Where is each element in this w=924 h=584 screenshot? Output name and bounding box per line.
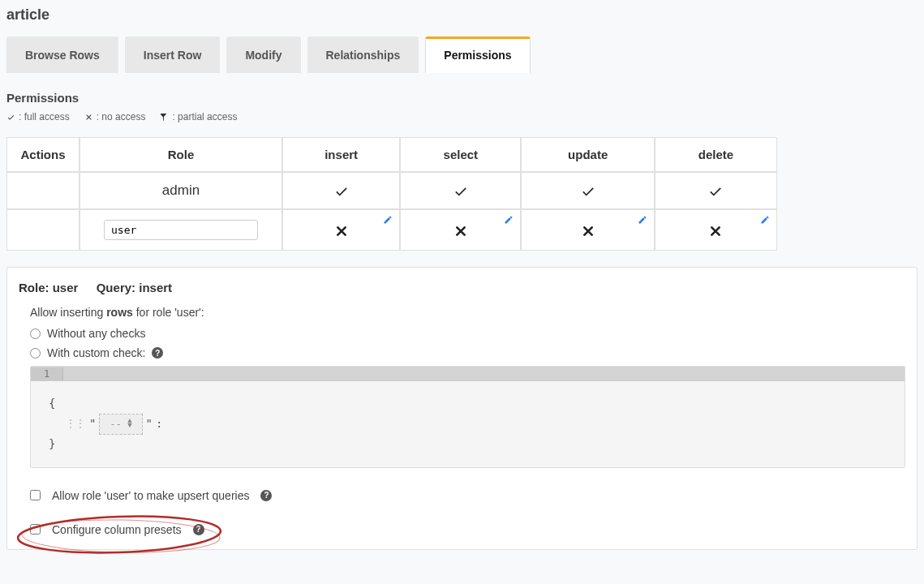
help-icon[interactable]: ?	[152, 347, 163, 359]
role-user-cell	[80, 209, 282, 251]
radio-custom-check-input[interactable]	[30, 348, 41, 359]
editor-body[interactable]: { ⋮⋮ " -- ▲▼ " : }	[31, 381, 905, 467]
presets-label: Configure column presets	[52, 523, 182, 536]
tabs-bar: Browse Rows Insert Row Modify Relationsh…	[6, 36, 918, 73]
check-icon	[334, 184, 349, 199]
pencil-icon[interactable]	[638, 215, 647, 226]
help-icon[interactable]: ?	[260, 490, 272, 501]
editor-gutter: 1	[31, 367, 905, 381]
presets-checkbox[interactable]	[30, 524, 41, 535]
check-icon	[453, 184, 468, 199]
role-name-input[interactable]	[104, 220, 258, 240]
check-icon	[6, 113, 15, 122]
check-icon	[581, 184, 595, 199]
radio-custom-check-label: With custom check:	[47, 346, 145, 359]
quote-open: "	[89, 414, 96, 434]
permissions-heading: Permissions	[6, 91, 918, 105]
col-actions: Actions	[6, 137, 80, 172]
admin-insert-cell[interactable]	[282, 172, 400, 209]
drag-handle-icon[interactable]: ⋮⋮	[65, 414, 84, 434]
query-label: Query:	[97, 281, 140, 294]
cross-icon	[84, 113, 93, 122]
role-admin-cell: admin	[80, 172, 282, 209]
permission-editor-panel: Role: user Query: insert Allow inserting…	[6, 267, 918, 550]
role-label: Role:	[19, 281, 53, 294]
legend-none-text: : no access	[97, 111, 146, 122]
brace-open: {	[49, 394, 887, 414]
cross-icon	[335, 225, 348, 238]
line-number: 1	[31, 367, 63, 380]
help-icon[interactable]: ?	[193, 524, 204, 535]
col-update: update	[521, 137, 654, 172]
user-insert-cell[interactable]	[282, 209, 400, 251]
column-selector[interactable]: -- ▲▼	[99, 414, 142, 435]
upsert-checkbox[interactable]	[30, 490, 41, 500]
col-role: Role	[80, 137, 282, 172]
admin-update-cell[interactable]	[521, 172, 654, 209]
upsert-label: Allow role 'user' to make upsert queries	[52, 489, 249, 502]
user-delete-cell[interactable]	[655, 209, 777, 251]
tab-browse-rows[interactable]: Browse Rows	[6, 36, 118, 73]
check-icon	[708, 184, 723, 199]
permissions-table: Actions Role insert select update delete…	[6, 137, 777, 251]
brace-close: }	[49, 435, 887, 454]
filter-icon	[160, 113, 169, 122]
page-title: article	[6, 6, 918, 24]
panel-title: Role: user Query: insert	[19, 281, 905, 294]
table-row-user	[6, 209, 777, 251]
role-value: user	[53, 281, 79, 294]
tab-insert-row[interactable]: Insert Row	[125, 36, 221, 73]
presets-checkbox-row[interactable]: Configure column presets ?	[30, 523, 905, 536]
table-row-admin: admin	[6, 172, 777, 209]
custom-check-editor[interactable]: 1 { ⋮⋮ " -- ▲▼ " : }	[30, 366, 905, 468]
user-update-cell[interactable]	[521, 209, 654, 251]
admin-delete-cell[interactable]	[655, 172, 777, 209]
tab-modify[interactable]: Modify	[226, 36, 300, 73]
pencil-icon[interactable]	[760, 215, 770, 226]
legend-full-text: : full access	[19, 111, 70, 122]
cross-icon	[454, 225, 467, 238]
admin-select-cell[interactable]	[400, 172, 521, 209]
radio-without-checks[interactable]: Without any checks	[30, 327, 905, 340]
radio-without-checks-input[interactable]	[30, 328, 41, 339]
col-select: select	[400, 137, 521, 172]
sort-arrows-icon: ▲▼	[127, 419, 131, 427]
col-insert: insert	[282, 137, 400, 172]
pencil-icon[interactable]	[383, 215, 393, 226]
tab-relationships[interactable]: Relationships	[307, 36, 419, 73]
tab-permissions[interactable]: Permissions	[425, 36, 530, 73]
user-select-cell[interactable]	[400, 209, 521, 251]
radio-custom-check[interactable]: With custom check: ?	[30, 346, 905, 359]
cross-icon	[709, 225, 722, 238]
cross-icon	[582, 225, 595, 238]
legend-partial-text: : partial access	[172, 111, 237, 122]
colon: :	[156, 414, 162, 434]
radio-without-checks-label: Without any checks	[47, 327, 145, 340]
allow-inserting-text: Allow inserting rows for role 'user':	[30, 306, 905, 319]
permissions-legend: : full access : no access : partial acce…	[6, 111, 918, 122]
upsert-checkbox-row[interactable]: Allow role 'user' to make upsert queries…	[30, 489, 905, 502]
pencil-icon[interactable]	[504, 215, 514, 226]
col-delete: delete	[655, 137, 777, 172]
quote-close: "	[146, 414, 153, 434]
query-value: insert	[139, 281, 172, 294]
